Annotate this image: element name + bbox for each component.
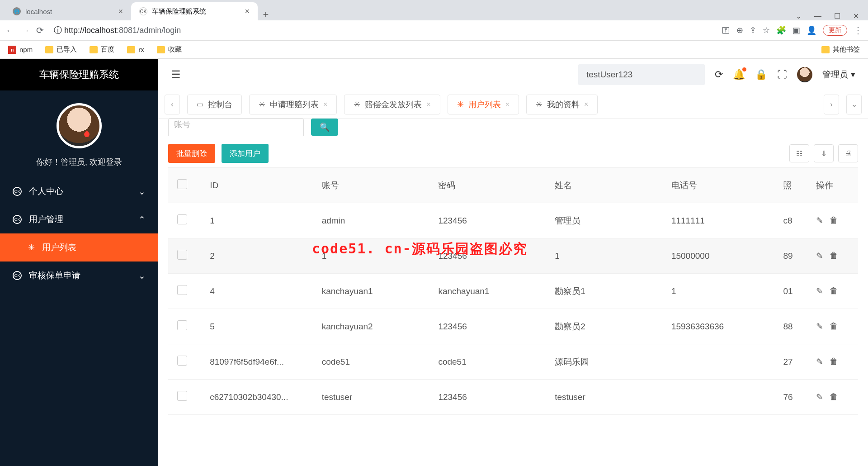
panel-icon[interactable]: ▣ [793,25,800,35]
row-checkbox[interactable] [177,285,187,295]
cell-account: testuser [313,380,429,415]
close-window-icon[interactable]: ✕ [853,12,859,20]
collapse-sidebar-icon[interactable]: ☰ [171,68,181,81]
tabs-scroll-right[interactable]: › [824,95,839,114]
user-avatar[interactable] [797,67,812,82]
extensions-icon[interactable]: 🧩 [776,25,786,35]
edit-icon[interactable]: ✎ [816,286,823,296]
row-checkbox[interactable] [177,250,187,260]
cell-name: 1 [546,238,662,274]
close-icon[interactable]: × [118,7,123,16]
chevron-down-icon[interactable]: ⌄ [796,12,802,20]
account-filter-input[interactable]: 账号 [168,119,304,136]
forward-icon[interactable]: → [21,25,30,36]
edit-icon[interactable]: ✎ [816,215,823,226]
sidebar-item-personal[interactable]: OK 个人中心 ⌄ [0,177,158,205]
url-port: :8081 [117,26,137,35]
global-search-input[interactable] [578,64,705,85]
tab-payout[interactable]: 赔偿金发放列表× [344,95,440,114]
sidebar-item-audit[interactable]: OK 审核保单申请 ⌄ [0,262,158,290]
delete-icon[interactable]: 🗑 [830,286,838,296]
cell-photo: c8 [774,203,807,238]
batch-delete-button[interactable]: 批量删除 [168,144,215,163]
key-icon[interactable]: ⚿ [722,26,730,35]
kebab-menu-icon[interactable]: ⋮ [854,25,863,36]
tab-title: localhost [25,8,52,15]
sidebar-item-user-list[interactable]: 用户列表 [0,233,158,262]
delete-icon[interactable]: 🗑 [830,321,838,332]
cell-password: 123456 [429,309,546,344]
tab-profile[interactable]: 我的资料× [526,95,598,114]
app-favicon-icon: OK [139,7,147,15]
cell-phone: 1 [662,274,774,309]
close-icon[interactable]: × [323,100,327,109]
ok-icon: OK [13,215,22,224]
chevron-down-icon: ⌄ [138,186,146,197]
app-title: 车辆保险理赔系统 [0,59,158,90]
delete-icon[interactable]: 🗑 [830,251,838,261]
close-icon[interactable]: × [584,100,588,109]
cell-id: 81097f6f5df94e6f... [201,344,312,380]
sidebar-item-user-mgmt[interactable]: OK 用户管理 ⌃ [0,205,158,233]
bookmark-rx[interactable]: rx [127,46,144,53]
add-user-button[interactable]: 添加用户 [222,144,269,163]
lock-icon[interactable]: 🔒 [755,69,767,81]
fullscreen-icon[interactable]: ⛶ [777,69,787,81]
refresh-icon[interactable]: ⟳ [715,69,723,81]
bookmark-baidu[interactable]: 百度 [90,45,114,54]
profile-icon[interactable]: 👤 [807,25,816,35]
row-checkbox[interactable] [177,320,187,330]
export-icon[interactable]: ⇩ [814,144,834,162]
delete-icon[interactable]: 🗑 [830,215,838,226]
close-icon[interactable]: × [245,7,250,16]
close-icon[interactable]: × [505,100,509,109]
cell-phone: 15936363636 [662,309,774,344]
delete-icon[interactable]: 🗑 [830,357,838,367]
bookmark-fav[interactable]: 收藏 [157,45,182,54]
edit-icon[interactable]: ✎ [816,321,823,332]
minimize-icon[interactable]: — [814,12,821,20]
user-menu[interactable]: 管理员 ▾ [822,69,855,81]
cell-name: 勘察员2 [546,309,662,344]
row-checkbox[interactable] [177,391,187,401]
print-icon[interactable]: 🖨 [838,144,858,162]
filter-row: 账号 🔍 [168,119,858,136]
search-button[interactable]: 🔍 [311,119,338,136]
bookmark-imported[interactable]: 已导入 [45,45,77,54]
share-icon[interactable]: ⇪ [750,25,756,35]
browser-tab-app[interactable]: OK 车辆保险理赔系统 × [131,2,258,20]
url-field[interactable]: ⓘ http://localhost:8081/admin/login [50,25,716,36]
tab-users[interactable]: 用户列表× [448,95,519,114]
cell-phone [662,380,774,415]
tab-console[interactable]: ▭控制台 [187,95,242,114]
reload-icon[interactable]: ⟳ [36,25,44,36]
new-tab-button[interactable]: + [258,9,274,20]
delete-icon[interactable]: 🗑 [830,392,838,402]
bell-icon[interactable]: 🔔 [733,69,745,81]
edit-icon[interactable]: ✎ [816,392,823,402]
row-checkbox[interactable] [177,214,187,224]
user-label-text: 管理员 [822,69,848,81]
other-bookmarks[interactable]: 其他书签 [821,45,860,54]
columns-icon[interactable]: ☷ [789,144,809,162]
tabs-dropdown[interactable]: ⌄ [846,95,862,114]
globe-icon: 🌐 [13,7,21,15]
edit-icon[interactable]: ✎ [816,357,823,367]
edit-icon[interactable]: ✎ [816,251,823,261]
tab-apply[interactable]: 申请理赔列表× [249,95,337,114]
browser-tab-localhost[interactable]: 🌐 localhost × [5,2,131,20]
page-tab-bar: ‹ ▭控制台 申请理赔列表× 赔偿金发放列表× 用户列表× 我的资料× › ⌄ [158,90,868,119]
tabs-scroll-left[interactable]: ‹ [165,95,180,114]
star-icon[interactable]: ☆ [763,25,770,35]
row-checkbox[interactable] [177,356,187,366]
update-button[interactable]: 更新 [823,25,847,36]
folder-icon [821,46,830,53]
cell-phone [662,344,774,380]
bookmark-npm[interactable]: nnpm [8,46,33,54]
select-all-checkbox[interactable] [177,179,187,189]
zoom-icon[interactable]: ⊕ [736,25,743,35]
close-icon[interactable]: × [426,100,430,109]
monitor-icon: ▭ [197,100,203,109]
back-icon[interactable]: ← [5,25,14,36]
maximize-icon[interactable]: ☐ [834,12,840,20]
